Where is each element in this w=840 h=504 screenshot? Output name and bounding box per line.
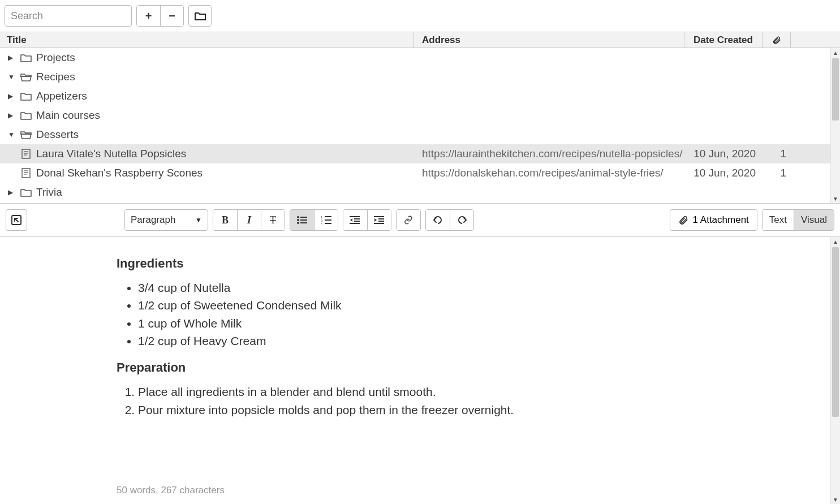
- list-item: Pour mixture into popsicle molds and pop…: [138, 402, 830, 418]
- svg-rect-23: [354, 221, 360, 222]
- column-date[interactable]: Date Created: [684, 32, 763, 48]
- scroll-up-icon[interactable]: ▲: [831, 48, 840, 57]
- svg-text:3: 3: [321, 222, 322, 225]
- svg-rect-16: [325, 216, 331, 217]
- tree-folder[interactable]: ▼Desserts: [0, 125, 830, 144]
- indent-button[interactable]: [367, 210, 391, 230]
- chevron-down-icon[interactable]: ▼: [8, 73, 16, 81]
- chevron-down-icon[interactable]: ▼: [8, 131, 16, 139]
- undo-button[interactable]: [426, 210, 450, 230]
- svg-point-11: [297, 219, 299, 221]
- numbered-list-icon: 123: [321, 216, 332, 225]
- indent-group: [343, 209, 391, 231]
- mode-visual-button[interactable]: Visual: [794, 210, 834, 230]
- attachment-button[interactable]: 1 Attachment: [670, 209, 757, 231]
- numbered-list-button[interactable]: 123: [314, 210, 338, 230]
- list-item: 3/4 cup of Nutella: [138, 279, 830, 296]
- document-icon: [20, 149, 32, 159]
- column-title[interactable]: Title: [0, 32, 414, 48]
- preparation-heading: Preparation: [117, 359, 830, 377]
- italic-button[interactable]: I: [237, 210, 261, 230]
- tree-folder[interactable]: ▼Recipes: [0, 67, 830, 87]
- outdent-button[interactable]: [343, 210, 367, 230]
- column-attachments[interactable]: [763, 32, 791, 48]
- tree-folder[interactable]: ▶Projects: [0, 48, 830, 67]
- paperclip-icon: [678, 215, 688, 225]
- svg-rect-10: [300, 217, 307, 218]
- folder-icon: [20, 188, 32, 197]
- title-cell: ▶Appetizers: [0, 87, 414, 106]
- list-item: 1 cup of Whole Milk: [138, 315, 830, 331]
- chevron-right-icon[interactable]: ▶: [8, 54, 16, 62]
- svg-rect-18: [325, 219, 331, 221]
- chevron-right-icon[interactable]: ▶: [8, 92, 16, 100]
- collapse-button[interactable]: [6, 209, 27, 231]
- scroll-thumb[interactable]: [832, 247, 839, 417]
- italic-icon: I: [247, 214, 251, 226]
- tree-scrollbar[interactable]: ▲ ▼: [830, 48, 840, 203]
- date-cell: 10 Jun, 2020: [684, 167, 763, 179]
- title-cell: Laura Vitale's Nutella Popsicles: [0, 144, 414, 163]
- strikethrough-button[interactable]: T: [261, 210, 285, 230]
- format-select-label: Paragraph: [131, 214, 175, 226]
- title-cell: ▼Recipes: [0, 67, 414, 87]
- svg-rect-4: [22, 169, 30, 178]
- link-icon: [403, 216, 414, 225]
- redo-icon: [456, 216, 468, 225]
- editor-toolbar: Paragraph B I T 123 1: [0, 203, 840, 237]
- attach-cell: 1: [763, 148, 791, 160]
- tree-item[interactable]: Donal Skehan's Raspberry Sconeshttps://d…: [0, 163, 830, 183]
- address-cell: https://donalskehan.com/recipes/animal-s…: [414, 167, 684, 179]
- arrow-up-left-icon: [11, 215, 21, 225]
- svg-rect-0: [22, 149, 30, 158]
- tree-body: ▶Projects▼Recipes▶Appetizers▶Main course…: [0, 48, 830, 203]
- tree-item[interactable]: Laura Vitale's Nutella Popsicleshttps://…: [0, 144, 830, 163]
- title-cell: ▼Desserts: [0, 125, 414, 144]
- column-headers: Title Address Date Created: [0, 32, 840, 48]
- tree-label: Desserts: [36, 128, 79, 141]
- editor-scrollbar[interactable]: ▲ ▼: [830, 237, 840, 504]
- scroll-down-icon[interactable]: ▼: [831, 495, 840, 504]
- add-button[interactable]: +: [137, 6, 160, 26]
- ingredients-heading: Ingredients: [117, 255, 830, 273]
- format-select[interactable]: Paragraph: [124, 209, 208, 231]
- ingredients-list: 3/4 cup of Nutella1/2 cup of Sweetened C…: [138, 279, 830, 350]
- tree-folder[interactable]: ▶Appetizers: [0, 87, 830, 106]
- editor-content[interactable]: Ingredients 3/4 cup of Nutella1/2 cup of…: [0, 237, 830, 504]
- tree-folder[interactable]: ▶Main courses: [0, 106, 830, 125]
- svg-rect-14: [300, 222, 307, 223]
- chevron-right-icon[interactable]: ▶: [8, 188, 16, 196]
- scroll-thumb[interactable]: [832, 58, 839, 120]
- title-cell: ▶Trivia: [0, 183, 414, 202]
- bullet-list-button[interactable]: [290, 210, 314, 230]
- link-button[interactable]: [397, 210, 420, 230]
- bold-button[interactable]: B: [213, 210, 237, 230]
- preparation-list: Place all ingredients in a blender and b…: [138, 384, 830, 418]
- tree-label: Laura Vitale's Nutella Popsicles: [36, 148, 186, 160]
- search-input[interactable]: [5, 5, 132, 27]
- minus-icon: −: [169, 10, 175, 23]
- folder-button[interactable]: [188, 5, 212, 27]
- link-group: [396, 209, 421, 231]
- document-icon: [20, 168, 32, 178]
- chevron-right-icon[interactable]: ▶: [8, 111, 16, 119]
- list-item: Place all ingredients in a blender and b…: [138, 384, 830, 400]
- column-address[interactable]: Address: [414, 32, 684, 48]
- tree-folder[interactable]: ▶Trivia: [0, 183, 830, 202]
- list-item: 1/2 cup of Sweetened Condensed Milk: [138, 297, 830, 313]
- svg-rect-28: [374, 223, 384, 224]
- title-cell: ▶Main courses: [0, 106, 414, 125]
- date-cell: 10 Jun, 2020: [684, 148, 763, 160]
- scroll-up-icon[interactable]: ▲: [831, 237, 840, 246]
- svg-point-13: [297, 222, 299, 224]
- paperclip-icon: [771, 36, 782, 45]
- svg-rect-21: [350, 216, 360, 217]
- scroll-down-icon[interactable]: ▼: [831, 194, 840, 203]
- mode-text-button[interactable]: Text: [763, 210, 794, 230]
- remove-button[interactable]: −: [160, 6, 183, 26]
- tree-label: Projects: [36, 51, 75, 64]
- list-group: 123: [290, 209, 338, 231]
- redo-button[interactable]: [450, 210, 473, 230]
- title-cell: ▶Projects: [0, 48, 414, 67]
- tree-label: Recipes: [36, 71, 75, 83]
